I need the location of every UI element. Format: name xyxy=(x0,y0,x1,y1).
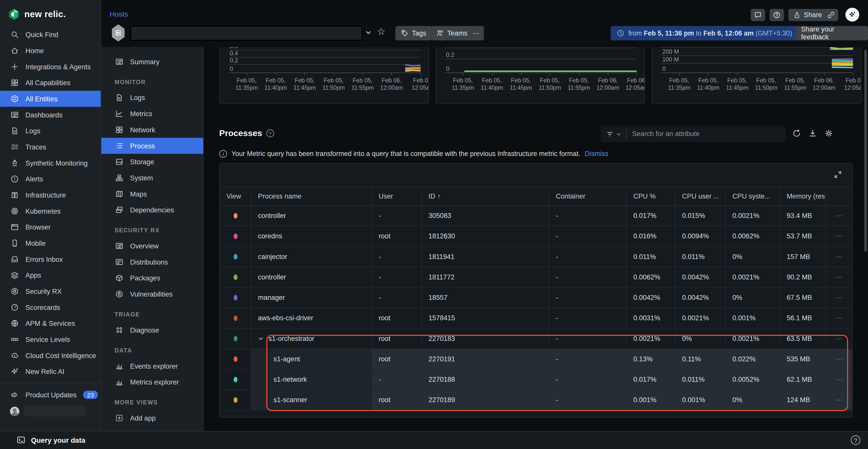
scrollbar-thumb[interactable] xyxy=(864,50,867,252)
process-row-s1-agent[interactable]: s1-agentroot2270191-0.13%0.11%0.022%535 … xyxy=(220,349,852,370)
host-selector-input[interactable] xyxy=(130,26,363,41)
row-actions-button[interactable]: ⋯ xyxy=(826,206,852,226)
subnav-item-process[interactable]: Process xyxy=(101,138,203,154)
process-row-s1-scanner[interactable]: s1-scannerroot2270189-0.001%0.001%0%124 … xyxy=(220,390,852,411)
column-header-memory-res[interactable]: Memory (res xyxy=(780,188,826,205)
favorite-star-icon[interactable]: ☆ xyxy=(377,26,385,37)
sidebar-item-cloud-cost-intelligence[interactable]: Cloud Cost Intelligence xyxy=(0,348,101,363)
sidebar-item-home[interactable]: Home xyxy=(0,42,101,59)
process-name-cell[interactable]: s1-agent xyxy=(251,349,372,369)
sidebar-item-mobile[interactable]: Mobile xyxy=(0,235,101,251)
row-actions-button[interactable]: ⋯ xyxy=(826,308,852,328)
subnav-item-metrics-explorer[interactable]: Metrics explorer xyxy=(101,374,203,390)
chart-panel-1[interactable]: 0.60.40.20 Feb 05, 11:35pmFeb 05, 11:40p… xyxy=(219,47,429,104)
view-cell[interactable] xyxy=(220,390,251,410)
sidebar-item-errors-inbox[interactable]: Errors Inbox xyxy=(0,251,101,267)
sidebar-item-service-levels[interactable]: Service Levels xyxy=(0,331,101,348)
sidebar-item-all-entities[interactable]: All Entities xyxy=(0,91,101,107)
row-actions-button[interactable]: ⋯ xyxy=(826,247,852,266)
row-actions-button[interactable]: ⋯ xyxy=(826,328,852,349)
copy-link-button[interactable] xyxy=(824,9,838,21)
process-name-cell[interactable]: controller xyxy=(251,267,372,287)
sidebar-item-security-rx[interactable]: Security RX xyxy=(0,283,101,299)
sidebar-item-browser[interactable]: Browser xyxy=(0,219,101,235)
sidebar-item-apm-services[interactable]: APM & Services xyxy=(0,316,101,331)
row-actions-button[interactable]: ⋯ xyxy=(826,349,852,369)
row-actions-button[interactable]: ⋯ xyxy=(826,390,852,410)
process-row-s1-network[interactable]: s1-network-2270188-0.017%0.011%0.0052%62… xyxy=(220,370,852,390)
column-header-view[interactable]: View xyxy=(220,188,251,205)
row-actions-button[interactable]: ⋯ xyxy=(826,267,852,287)
process-name-cell[interactable]: s1-network xyxy=(251,370,372,389)
tags-button[interactable]: Tags xyxy=(395,26,432,40)
subnav-item-events-explorer[interactable]: Events explorer xyxy=(101,358,203,374)
chart-panel-2[interactable]: 0.20 Feb 05, 11:35pmFeb 05, 11:40pmFeb 0… xyxy=(436,47,645,104)
subnav-item-distributions[interactable]: Distributions xyxy=(101,254,203,270)
subnav-item-system[interactable]: System xyxy=(101,170,203,186)
subnav-item-storage[interactable]: Storage xyxy=(101,154,203,170)
ai-assistant-button[interactable] xyxy=(845,8,859,22)
search-input[interactable] xyxy=(628,130,785,138)
subnav-item-logs[interactable]: Logs xyxy=(101,90,203,106)
process-row-cainjector[interactable]: cainjector-1811941-0.011%0.011%0%157 MB⋯ xyxy=(220,247,852,267)
sidebar-item-integrations-agents[interactable]: Integrations & Agents xyxy=(0,59,101,75)
view-cell[interactable] xyxy=(220,226,251,246)
sidebar-item-new-relic-ai[interactable]: New Relic AI xyxy=(0,363,101,380)
sidebar-item-all-capabilities[interactable]: All Capabilities xyxy=(0,74,101,91)
footer-help-icon[interactable]: ? xyxy=(851,436,860,445)
process-name-cell[interactable]: aws-ebs-csi-driver xyxy=(251,308,372,328)
process-row-controller[interactable]: controller-1811772-0.0062%0.0042%0.0021%… xyxy=(220,267,852,288)
view-cell[interactable] xyxy=(220,288,251,308)
view-cell[interactable] xyxy=(220,308,251,328)
breadcrumb[interactable]: Hosts xyxy=(110,10,128,19)
sidebar-item-apps[interactable]: Apps xyxy=(0,267,101,284)
more-actions-button[interactable]: ⋯ xyxy=(468,26,484,40)
collapse-chevron-icon[interactable] xyxy=(258,336,264,342)
sidebar-item-product-updates[interactable]: Product Updates 23 xyxy=(0,387,101,403)
subnav-item-dependencies[interactable]: Dependencies xyxy=(101,202,203,218)
time-range-picker[interactable]: from Feb 5, 11:36 pm to Feb 6, 12:06 am … xyxy=(611,26,807,40)
subnav-item-diagnose[interactable]: Diagnose xyxy=(101,322,203,338)
view-cell[interactable] xyxy=(220,247,251,266)
sidebar-item-traces[interactable]: Traces xyxy=(0,139,101,155)
sidebar-item-scorecards[interactable]: Scorecards xyxy=(0,299,101,316)
subnav-item-network[interactable]: Network xyxy=(101,122,203,138)
view-cell[interactable] xyxy=(220,267,251,287)
view-cell[interactable] xyxy=(220,349,251,369)
view-cell[interactable] xyxy=(220,328,251,349)
sidebar-item-quick-find[interactable]: Quick Find xyxy=(0,27,101,42)
process-row-s1-orchestrator[interactable]: s1-orchestratorroot2270183-0.0021%0%0.00… xyxy=(220,328,852,349)
subnav-item-packages[interactable]: Packages xyxy=(101,270,203,286)
process-row-aws-ebs-csi-driver[interactable]: aws-ebs-csi-driverroot1578415-0.0031%0.0… xyxy=(220,308,852,328)
sidebar-item-infrastructure[interactable]: Infrastructure xyxy=(0,187,101,203)
row-actions-button[interactable]: ⋯ xyxy=(826,226,852,246)
row-actions-button[interactable]: ⋯ xyxy=(826,370,852,389)
process-name-cell[interactable]: coredns xyxy=(251,226,372,246)
chat-feedback-button[interactable] xyxy=(751,9,765,21)
column-header-cpu-user[interactable]: CPU user ... xyxy=(675,188,726,205)
download-button[interactable] xyxy=(808,129,817,139)
subnav-item-vulnerabilities[interactable]: Vulnerabilities xyxy=(101,286,203,302)
filter-dropdown[interactable] xyxy=(601,130,625,137)
settings-gear-button[interactable] xyxy=(825,129,833,139)
host-dropdown-chevron-icon[interactable] xyxy=(365,29,371,37)
process-name-cell[interactable]: s1-orchestrator xyxy=(251,328,372,349)
process-name-cell[interactable]: s1-scanner xyxy=(251,390,372,410)
processes-help-icon[interactable]: ? xyxy=(266,129,274,137)
expand-table-button[interactable] xyxy=(834,170,842,181)
share-feedback-button[interactable]: Share your feedback xyxy=(796,26,868,40)
process-name-cell[interactable]: manager xyxy=(251,288,372,308)
subnav-item-maps[interactable]: Maps xyxy=(101,186,203,202)
dismiss-link[interactable]: Dismiss xyxy=(585,150,608,158)
chart-panel-3[interactable]: 200 M100 M0 Feb 05, 11:35pmFeb 05, 11:40… xyxy=(652,47,862,104)
process-row-manager[interactable]: manager-18557-0.0042%0.0042%0%67.5 MB⋯ xyxy=(220,288,852,308)
share-button[interactable]: Share xyxy=(788,9,827,21)
subnav-item-add-app[interactable]: Add app xyxy=(101,410,203,426)
sidebar-item-dashboards[interactable]: Dashboards xyxy=(0,107,101,123)
teams-button[interactable]: Teams xyxy=(431,26,473,40)
process-name-cell[interactable]: cainjector xyxy=(251,247,372,266)
subnav-item-overview[interactable]: Overview xyxy=(101,238,203,254)
column-header-cpu-syste[interactable]: CPU syste... xyxy=(726,188,780,205)
column-header-id[interactable]: ID ↑ xyxy=(422,188,549,205)
user-account-row[interactable] xyxy=(0,403,101,419)
